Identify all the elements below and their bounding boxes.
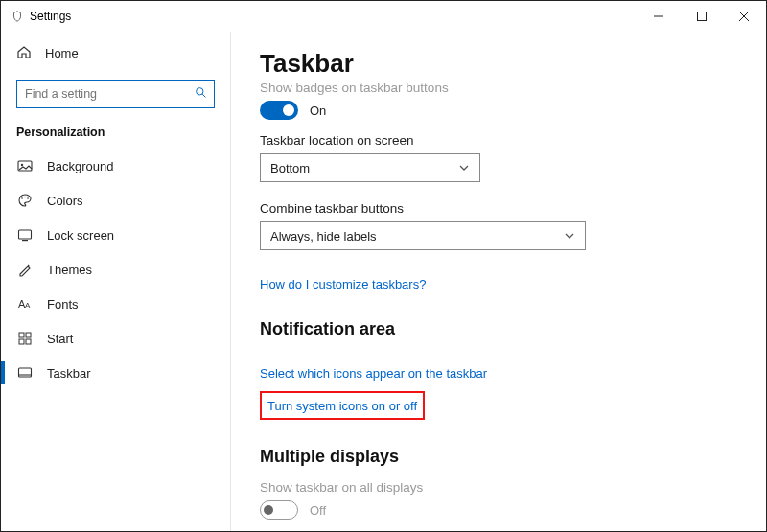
multi-show-toggle[interactable] [260, 500, 298, 520]
sidebar-item-label: Fonts [47, 297, 79, 312]
location-select[interactable]: Bottom [260, 153, 480, 182]
sidebar-item-label: Themes [47, 263, 92, 277]
svg-point-7 [21, 164, 23, 166]
sidebar-item-label: Background [47, 159, 113, 173]
chevron-down-icon [458, 162, 470, 173]
sidebar-item-fonts[interactable]: AA Fonts [1, 287, 230, 321]
home-nav[interactable]: Home [1, 35, 230, 70]
location-label: Taskbar location on screen [260, 133, 737, 148]
search-input[interactable] [16, 80, 215, 108]
svg-point-8 [21, 197, 23, 199]
lock-screen-icon [16, 227, 34, 243]
minimize-button[interactable] [637, 3, 680, 30]
multiple-displays-heading: Multiple displays [260, 447, 737, 467]
svg-rect-11 [19, 230, 32, 239]
badges-toggle[interactable] [260, 101, 298, 120]
image-icon [16, 158, 34, 173]
start-icon [16, 331, 34, 346]
customize-help-link[interactable]: How do I customize taskbars? [260, 277, 426, 291]
palette-icon [16, 193, 34, 208]
sidebar-item-label: Taskbar [47, 366, 91, 381]
close-button[interactable] [723, 3, 766, 30]
sidebar-item-background[interactable]: Background [1, 149, 230, 183]
sidebar-section-title: Personalization [1, 108, 230, 149]
svg-rect-18 [26, 339, 31, 344]
notification-area-heading: Notification area [260, 319, 737, 339]
taskbar-icon [16, 365, 34, 381]
sidebar-item-label: Start [47, 332, 73, 346]
svg-point-10 [27, 197, 29, 199]
sidebar-item-taskbar[interactable]: Taskbar [1, 356, 230, 390]
svg-line-5 [202, 94, 205, 97]
combine-select[interactable]: Always, hide labels [260, 221, 586, 250]
search-icon [195, 85, 207, 103]
badges-label: Show badges on taskbar buttons [260, 81, 737, 95]
svg-point-9 [24, 197, 26, 198]
system-icons-link[interactable]: Turn system icons on or off [267, 399, 417, 413]
sidebar-item-colors[interactable]: Colors [1, 183, 230, 218]
svg-rect-17 [19, 339, 24, 344]
svg-rect-15 [19, 333, 24, 337]
select-icons-link[interactable]: Select which icons appear on the taskbar [260, 366, 487, 381]
home-label: Home [45, 46, 79, 60]
content-area: Taskbar Show badges on taskbar buttons O… [231, 32, 766, 531]
titlebar: Settings [1, 1, 766, 32]
sidebar: Home Personalization Background Colors L… [1, 32, 231, 531]
svg-text:A: A [25, 301, 31, 310]
themes-icon [16, 262, 34, 277]
svg-rect-1 [697, 12, 706, 21]
sidebar-item-lock-screen[interactable]: Lock screen [1, 218, 230, 252]
combine-value: Always, hide labels [270, 229, 377, 243]
multi-show-state: Off [310, 503, 326, 518]
window-title: Settings [30, 10, 71, 23]
page-title: Taskbar [260, 49, 737, 79]
location-value: Bottom [270, 161, 310, 175]
multi-show-label: Show taskbar on all displays [260, 480, 737, 495]
badges-toggle-state: On [310, 104, 326, 118]
sidebar-item-label: Colors [47, 194, 83, 208]
highlight-box: Turn system icons on or off [260, 391, 425, 420]
fonts-icon: AA [16, 296, 34, 312]
svg-rect-19 [19, 368, 32, 377]
app-icon [11, 10, 24, 23]
sidebar-item-start[interactable]: Start [1, 321, 230, 356]
sidebar-item-label: Lock screen [47, 228, 114, 243]
chevron-down-icon [564, 230, 575, 242]
maximize-button[interactable] [680, 3, 723, 30]
svg-rect-12 [22, 240, 28, 241]
sidebar-item-themes[interactable]: Themes [1, 252, 230, 287]
svg-point-4 [197, 88, 203, 95]
home-icon [16, 44, 32, 62]
combine-label: Combine taskbar buttons [260, 201, 737, 216]
svg-rect-16 [26, 333, 31, 337]
